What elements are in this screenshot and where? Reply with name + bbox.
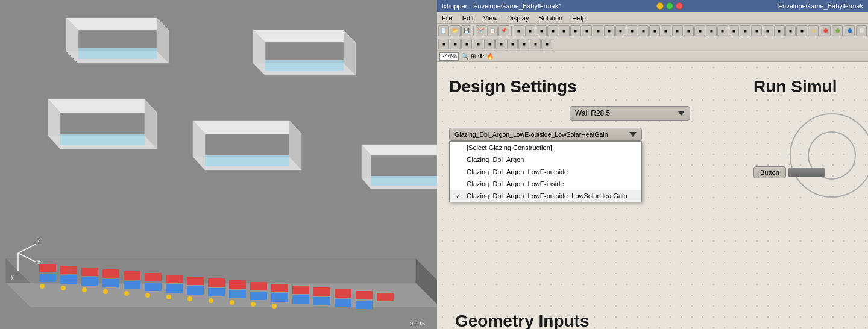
tb-icon-2[interactable]: 📂 [450,25,461,36]
tb-icon-1[interactable]: 📄 [438,25,449,36]
glazing-option-3-label: Glazing_Dbl_Argon_LowE-inside [467,180,564,187]
tb-icon-6[interactable]: 📌 [498,25,509,36]
menu-help[interactable]: Help [570,14,588,22]
zoom-bar: 🔍 ⊞ 👁 🔥 [437,51,868,62]
menu-display[interactable]: Display [505,14,531,22]
tb-icon-29[interactable]: ◼ [763,25,773,36]
close-btn[interactable] [676,2,683,10]
glazing-option-2[interactable]: Glazing_Dbl_Argon_LowE-outside [450,166,641,178]
tb-icon-26[interactable]: ◼ [729,25,740,36]
tb-icon-8[interactable]: ◼ [525,25,536,36]
tb-icon-20[interactable]: ◼ [661,25,671,36]
glazing-option-1[interactable]: Glazing_Dbl_Argon [450,154,641,166]
tb-icon-28[interactable]: ◼ [751,25,762,36]
svg-rect-47 [145,273,162,281]
tb-icon-2-9[interactable]: ◼ [530,39,541,49]
glazing-dropdown-arrow [629,132,637,137]
tb-icon-10[interactable]: ◼ [547,25,558,36]
tb-icon-11[interactable]: ◼ [559,25,570,36]
tb-icon-16[interactable]: ◼ [615,25,626,36]
svg-rect-25 [371,176,437,186]
svg-rect-67 [208,288,225,296]
tb-icon-r1[interactable]: ⚡ [808,25,819,36]
minimize-btn[interactable] [656,2,664,10]
tb-icon-12[interactable]: ◼ [570,25,581,36]
tb-icon-5[interactable]: 📋 [487,25,498,36]
tb-icon-30[interactable]: ◼ [774,25,785,36]
tb-icon-14[interactable]: ◼ [593,25,603,36]
svg-rect-42 [39,264,56,272]
button-node-label[interactable]: Button [753,166,786,178]
tb-icon-2-8[interactable]: ◼ [518,39,529,49]
tb-icon-2-7[interactable]: ◼ [507,39,518,49]
menu-solution[interactable]: Solution [536,14,565,22]
tb-icon-r2[interactable]: 🔴 [820,25,831,36]
window-title: lxhopper - EnvelopeGame_BabylErmak* [442,2,561,10]
fit-icon[interactable]: ⊞ [471,53,476,60]
svg-point-36 [166,295,171,299]
svg-rect-64 [145,283,162,291]
window-controls[interactable] [656,2,683,10]
tb-icon-2-4[interactable]: ◼ [473,39,483,49]
tb-icon-3[interactable]: 💾 [461,25,472,36]
tb-icon-7[interactable]: ◼ [514,25,524,36]
svg-rect-46 [124,271,140,280]
wall-dropdown-label: Wall R28.5 [575,109,610,118]
tb-icon-19[interactable]: ◼ [649,25,660,36]
tb-icon-2-10[interactable]: ◼ [541,39,552,49]
tb-icon-32[interactable]: ◼ [796,25,807,36]
tb-icon-r4[interactable]: 🔵 [844,25,855,36]
toolbar-separator-2 [511,26,512,36]
svg-marker-6 [253,30,356,42]
svg-rect-56 [335,289,351,298]
tb-icon-13[interactable]: ◼ [582,25,593,36]
tb-icon-18[interactable]: ◼ [638,25,649,36]
svg-rect-5 [78,48,157,59]
canvas-area[interactable]: Design Settings Wall R28.5 Glazing_Dbl_A… [437,62,868,329]
glazing-option-4[interactable]: ✓ Glazing_Dbl_Argon_LowE-outside_LowSola… [450,190,641,202]
glazing-option-3[interactable]: Glazing_Dbl_Argon_LowE-inside [450,178,641,190]
tb-icon-2-1[interactable]: ◼ [438,39,449,49]
svg-marker-21 [362,145,437,155]
tb-icon-2-3[interactable]: ◼ [461,39,472,49]
tb-icon-15[interactable]: ◼ [604,25,615,36]
toolbar-area: 📄 📂 💾 ✂️ 📋 📌 ◼ ◼ ◼ ◼ ◼ ◼ ◼ ◼ ◼ ◼ ◼ ◼ [437,24,868,51]
maximize-btn[interactable] [666,2,673,10]
svg-rect-10 [265,60,344,71]
wall-dropdown[interactable]: Wall R28.5 [570,106,690,121]
glazing-option-0[interactable]: [Select Glazing Construction] [450,142,641,154]
svg-point-37 [187,296,192,301]
tb-icon-9[interactable]: ◼ [536,25,547,36]
glazing-dropdown[interactable]: Glazing_Dbl_Argon_LowE-outside_LowSolarH… [449,128,642,141]
svg-rect-72 [313,297,330,306]
eye-icon[interactable]: 👁 [478,53,484,60]
toolbar-separator [473,26,474,36]
tb-icon-22[interactable]: ◼ [684,25,694,36]
svg-rect-71 [292,295,309,304]
tb-icon-25[interactable]: ◼ [717,25,728,36]
menu-edit[interactable]: Edit [460,14,476,22]
tb-icon-21[interactable]: ◼ [672,25,683,36]
tb-icon-31[interactable]: ◼ [785,25,796,36]
svg-rect-50 [208,278,225,287]
zoom-input[interactable] [439,52,459,61]
toolbar-row-2: ◼ ◼ ◼ ◼ ◼ ◼ ◼ ◼ ◼ ◼ [437,37,868,51]
svg-rect-57 [356,291,373,299]
tb-icon-2-5[interactable]: ◼ [484,39,495,49]
flame-icon[interactable]: 🔥 [486,53,494,60]
tb-icon-2-6[interactable]: ◼ [495,39,506,49]
menu-file[interactable]: File [439,14,455,22]
tb-icon-r3[interactable]: 🟢 [832,25,843,36]
menu-view[interactable]: View [481,14,500,22]
tb-icon-r5[interactable]: ⬜ [856,25,867,36]
tb-icon-4[interactable]: ✂️ [476,25,486,36]
svg-marker-1 [66,18,169,30]
tb-icon-27[interactable]: ◼ [740,25,750,36]
zoom-icon[interactable]: 🔍 [461,53,468,60]
tb-icon-24[interactable]: ◼ [706,25,717,36]
tb-icon-23[interactable]: ◼ [694,25,705,36]
svg-rect-74 [356,301,373,309]
tb-icon-17[interactable]: ◼ [627,25,638,36]
button-node-container: Button [753,166,825,178]
tb-icon-2-2[interactable]: ◼ [450,39,461,49]
